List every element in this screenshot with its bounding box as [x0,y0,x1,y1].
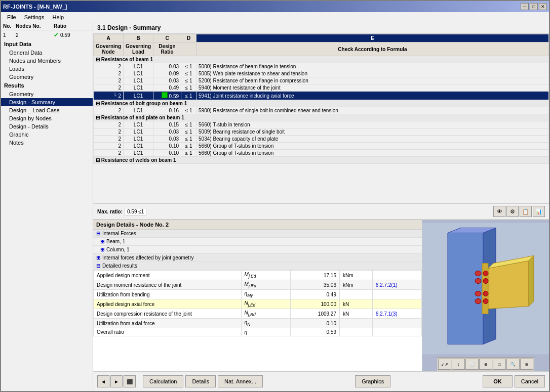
cell-le: ≤ 1 [181,92,197,100]
view-btn-4[interactable]: ⊕ [479,359,492,370]
chart-btn[interactable]: 📊 [533,206,545,217]
detailed-results-group: ⊟ Detailed results Applied design moment… [93,262,422,336]
sub-th-formula: Check According to Formula [197,42,549,56]
nat-annex-button[interactable]: Nat. Annex... [218,375,263,387]
detail-unit: kN [339,299,372,309]
minimize-btn[interactable]: ─ [521,3,529,10]
cell-ratio: 0.49 [153,84,181,92]
close-btn[interactable]: ✕ [539,3,547,10]
details-button[interactable]: Details [185,375,216,387]
collapse-icon: ⊟ [96,231,100,236]
sidebar-item-geometry-result[interactable]: Geometry [1,90,93,98]
detail-unit [339,290,372,299]
sidebar-item-notes[interactable]: Notes [1,139,93,147]
nav-forward-btn[interactable]: ► [110,375,123,387]
table-row[interactable]: 1 2 ✔ 0.59 [1,30,93,39]
table-row[interactable]: 2 LC1 0.09 ≤ 1 5005) Web plate resistanc… [94,70,549,77]
table-row[interactable]: 2 LC1 0.16 ≤ 1 5900) Resistance of singl… [94,107,549,114]
th-e: E [197,34,549,42]
cell-load: LC1 [124,136,153,143]
joint-svg [422,220,549,357]
cell-node: 2 [94,63,124,70]
view-btn-3[interactable]: ⬜ [465,359,479,370]
beam-subheader[interactable]: ⊞ Beam, 1 [93,238,422,246]
cell-formula: 5660) Group of T-stubs in tension [197,150,549,157]
detail-val: 0.10 [290,319,339,328]
expand-icon: ⊞ [100,239,104,244]
detail-ref [372,328,421,336]
table-row[interactable]: 2 LC1 0.15 ≤ 1 5660) T-stub in tension [94,121,549,128]
details-header: Design Details - Node No. 2 [93,220,422,230]
export-btn[interactable]: 📋 [520,206,532,217]
sidebar-item-design-by-nodes[interactable]: Design by Nodes [1,114,93,122]
detail-sym: η [241,328,290,336]
cell-node: 2 [94,128,124,136]
affected-forces-header[interactable]: ⊞ Internal forces affected by joint geom… [93,254,422,262]
column-subheader[interactable]: ⊞ Column, 1 [93,246,422,254]
table-scroll[interactable]: A B C D E GoverningNode GoverningLoad De… [93,34,549,203]
detail-unit: kNm [339,271,372,280]
view-btn-2[interactable]: ↕ [452,359,465,370]
cell-le: ≤ 1 [181,107,197,114]
table-row[interactable]: 2 LC1 0.03 ≤ 1 5034) Bearing capacity of… [94,136,549,143]
sidebar-item-design-summary[interactable]: Design - Summary [1,98,93,106]
detail-val: 35.06 [290,280,339,290]
cell-load: LC1 [124,150,153,157]
eye-btn[interactable]: 👁 [493,206,505,217]
menu-file[interactable]: File [3,13,20,21]
svg-point-9 [483,279,488,284]
table-row[interactable]: 2 LC1 0.03 ≤ 1 5200) Resistance of beam … [94,77,549,84]
sidebar-item-graphic[interactable]: Graphic [1,130,93,139]
table-row-highlighted[interactable]: └ 2 LC1 0.59 ≤ 1 5941) Joint resistance … [94,92,549,100]
detail-unit [339,328,372,336]
sidebar-item-nodes-members[interactable]: Nodes and Members [1,57,93,65]
table-row[interactable]: 2 LC1 0.10 ≤ 1 5660) Group of T-stubs in… [94,143,549,150]
svg-point-12 [475,271,481,276]
cell-formula: 5200) Resistance of beam flange in compr… [197,77,549,84]
view-btn-7[interactable]: ⊞ [520,359,533,370]
nav-stop-btn[interactable]: ⬛ [124,375,136,387]
table-row[interactable]: 2 LC1 0.03 ≤ 1 5009) Bearing resistance … [94,128,549,136]
cancel-button[interactable]: Cancel [515,375,545,387]
maximize-btn[interactable]: □ [530,3,538,10]
nav-back-btn[interactable]: ◄ [97,375,109,387]
menu-help[interactable]: Help [48,13,68,21]
ok-button[interactable]: OK [483,375,513,387]
cell-ratio: 0.10 [153,150,181,157]
sidebar-item-geometry-input[interactable]: Geometry [1,73,93,81]
svg-marker-7 [529,256,534,307]
table-row[interactable]: 2 LC1 0.10 ≤ 1 5660) Group of T-stubs in… [94,150,549,157]
cell-formula: 5660) T-stub in tension [197,121,549,128]
sidebar-item-loads[interactable]: Loads [1,65,93,73]
cell-ratio: 0.16 [153,107,181,114]
table-row[interactable]: 2 LC1 0.03 ≤ 1 5000) Resistance of beam … [94,63,549,70]
beam-label: Beam, 1 [106,239,125,244]
sidebar-item-general-data[interactable]: General Data [1,49,93,57]
menu-settings[interactable]: Settings [20,13,49,21]
table-row[interactable]: 2 LC1 0.49 ≤ 1 5940) Moment resistance o… [94,84,549,92]
settings-btn[interactable]: ⚙ [506,206,519,217]
detailed-results-header[interactable]: ⊟ Detailed results [93,262,422,270]
3d-viewport[interactable] [422,220,549,357]
detail-sym: ηN [241,319,290,328]
svg-point-8 [483,271,488,276]
detail-row: Design moment resistance of the joint Mj… [94,280,422,290]
view-btn-6[interactable]: 🔍 [506,359,520,370]
cell-load: LC1 [124,121,153,128]
calculation-button[interactable]: Calculation [143,375,183,387]
details-panel: Design Details - Node No. 2 ⊟ Internal F… [93,220,422,371]
cell-ratio: 0.03 [153,63,181,70]
view-btn-5[interactable]: □ [493,359,506,370]
internal-forces-header[interactable]: ⊟ Internal Forces [93,230,422,238]
detail-val: 0.49 [290,290,339,299]
graphics-button[interactable]: Graphics [355,375,390,387]
sidebar-item-design-details[interactable]: Design - Details [1,122,93,130]
detail-ref [372,271,421,280]
view-btn-1[interactable]: ↙↗ [438,359,451,370]
detail-sym: Mj,Rd [241,280,290,290]
cell-node: 2 [94,77,124,84]
expand-icon: ⊞ [100,247,104,252]
svg-marker-1 [448,233,483,344]
check-icon: ✔ [54,31,59,38]
sidebar-item-design-load-case[interactable]: Design _ Load Case [1,106,93,114]
